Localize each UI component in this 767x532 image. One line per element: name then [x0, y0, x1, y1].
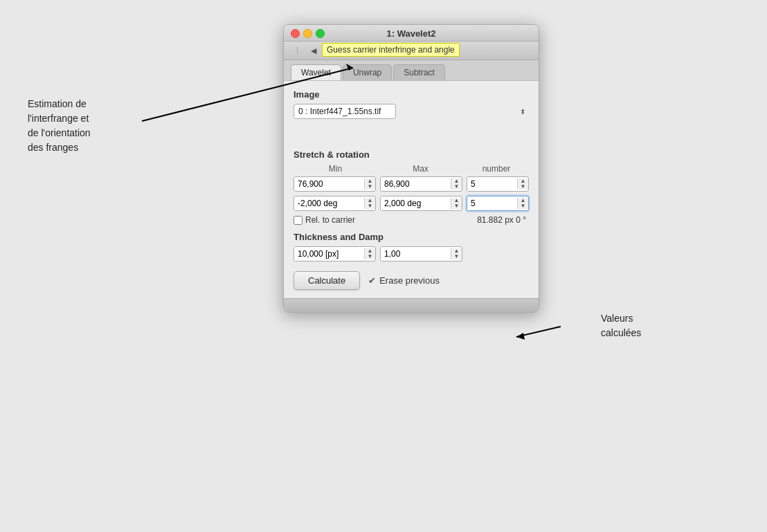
tooltip-text: Guess carrier interfringe and angle: [327, 45, 455, 55]
thickness-value1-group: ▲ ▼: [294, 246, 376, 262]
tab-subtract-label: Subtract: [404, 68, 435, 77]
erase-label: Erase previous: [379, 275, 440, 286]
sr-max2-down[interactable]: ▼: [451, 203, 462, 209]
sr-min1-down[interactable]: ▼: [365, 184, 375, 190]
sr-min2-down[interactable]: ▼: [365, 203, 375, 209]
sr-number2-input[interactable]: [467, 196, 517, 210]
erase-checkmark-icon: ✔: [368, 275, 376, 286]
sr-min1-input[interactable]: [294, 177, 364, 191]
sr-min2-group: ▲ ▼: [294, 196, 376, 211]
toolbar-back-button[interactable]: ◀: [307, 44, 320, 57]
sr-number1-spinner: ▲ ▼: [517, 178, 528, 190]
sr-max2-spinner: ▲ ▼: [451, 198, 462, 209]
image-section-label: Image: [294, 89, 529, 100]
tab-subtract[interactable]: Subtract: [393, 64, 445, 80]
sr-number1-input[interactable]: [467, 177, 517, 191]
thickness-value1-spinner: ▲ ▼: [364, 248, 375, 259]
sr-row1: ▲ ▼ ▲ ▼ ▲: [294, 176, 529, 192]
titlebar: 1: Wavelet2: [284, 25, 539, 42]
annotation-right: Valeurs calculées: [601, 311, 684, 340]
minimize-button[interactable]: [303, 29, 312, 38]
col-header-max: Max: [380, 164, 461, 174]
thickness-value2-spinner: ▲ ▼: [451, 248, 462, 259]
image-dropdown-wrapper: 0 : Interf447_1.55ns.tif: [294, 104, 529, 119]
sr-max2-group: ▲ ▼: [380, 196, 462, 211]
content-area: Image 0 : Interf447_1.55ns.tif Stretch &…: [284, 81, 539, 298]
svg-marker-3: [516, 333, 525, 340]
calculate-button[interactable]: Calculate: [294, 271, 360, 290]
svg-line-2: [516, 327, 561, 337]
sr-max2-input[interactable]: [381, 196, 451, 210]
annotation-left-text: Estimation de l'interfrange et de l'orie…: [28, 98, 91, 153]
traffic-lights: [291, 29, 325, 38]
sr-max1-input[interactable]: [381, 177, 451, 191]
sr-number2-down[interactable]: ▼: [518, 203, 528, 209]
sr-max1-spinner: ▲ ▼: [451, 178, 462, 190]
thickness-section: Thickness and Damp ▲ ▼ ▲ ▼: [294, 232, 529, 262]
close-button[interactable]: [291, 29, 300, 38]
thickness-value1-input[interactable]: [294, 247, 364, 261]
calc-values: 81.882 px 0 °: [477, 215, 529, 225]
bottom-row: Calculate ✔ Erase previous: [294, 271, 529, 290]
annotation-left: Estimation de l'interfrange et de l'orie…: [28, 97, 138, 155]
maximize-button[interactable]: [316, 29, 325, 38]
image-section: Image 0 : Interf447_1.55ns.tif: [294, 89, 529, 119]
footer-bar: [284, 298, 539, 312]
rel-carrier-checkbox-group: Rel. to carrier: [294, 215, 355, 225]
tab-unwrap[interactable]: Unwrap: [343, 64, 392, 80]
tab-wavelet-label: Wavelet: [301, 68, 331, 77]
main-window: 1: Wavelet2 ⋮ ◀ |◀| □ Guess carrier inte…: [283, 24, 539, 313]
sr-max1-down[interactable]: ▼: [451, 184, 462, 190]
image-dropdown[interactable]: 0 : Interf447_1.55ns.tif: [294, 104, 396, 119]
col-header-number: number: [465, 164, 527, 174]
toolbar-dots-button[interactable]: ⋮: [291, 44, 303, 57]
rel-carrier-row: Rel. to carrier 81.882 px 0 °: [294, 215, 529, 225]
sr-grid-header: Min Max number: [294, 164, 529, 174]
tab-wavelet[interactable]: Wavelet: [291, 64, 341, 80]
sr-min1-group: ▲ ▼: [294, 176, 376, 192]
stretch-rotation-section: Stretch & rotation Min Max number ▲ ▼: [294, 149, 529, 225]
col-header-min: Min: [295, 164, 376, 174]
thickness-v2-down[interactable]: ▼: [451, 254, 462, 259]
thickness-v1-down[interactable]: ▼: [365, 254, 375, 259]
sr-min2-spinner: ▲ ▼: [364, 198, 375, 209]
tabs-row: Wavelet Unwrap Subtract: [284, 60, 539, 81]
sr-max1-group: ▲ ▼: [380, 176, 462, 192]
thickness-row: ▲ ▼ ▲ ▼: [294, 246, 529, 262]
image-dropdown-row: 0 : Interf447_1.55ns.tif: [294, 104, 529, 119]
annotation-right-text: Valeurs calculées: [601, 313, 641, 338]
rel-carrier-label: Rel. to carrier: [305, 215, 355, 225]
sr-number1-group: ▲ ▼: [467, 176, 529, 192]
erase-group: ✔ Erase previous: [368, 275, 440, 286]
calculate-label: Calculate: [308, 275, 345, 286]
sr-row2: ▲ ▼ ▲ ▼ ▲: [294, 196, 529, 211]
stretch-rotation-label: Stretch & rotation: [294, 149, 529, 160]
sr-number2-spinner: ▲ ▼: [517, 198, 528, 209]
rel-carrier-checkbox[interactable]: [294, 216, 303, 225]
sr-min2-input[interactable]: [294, 196, 364, 210]
toolbar: ⋮ ◀ |◀| □ Guess carrier interfringe and …: [284, 42, 539, 60]
sr-number2-group: ▲ ▼: [467, 196, 529, 211]
thickness-label: Thickness and Damp: [294, 232, 529, 242]
sr-min1-spinner: ▲ ▼: [364, 178, 375, 190]
tab-unwrap-label: Unwrap: [353, 68, 381, 77]
toolbar-tooltip: Guess carrier interfringe and angle: [322, 43, 460, 57]
thickness-value2-group: ▲ ▼: [380, 246, 462, 262]
thickness-value2-input[interactable]: [381, 247, 451, 261]
sr-number1-down[interactable]: ▼: [518, 184, 528, 190]
